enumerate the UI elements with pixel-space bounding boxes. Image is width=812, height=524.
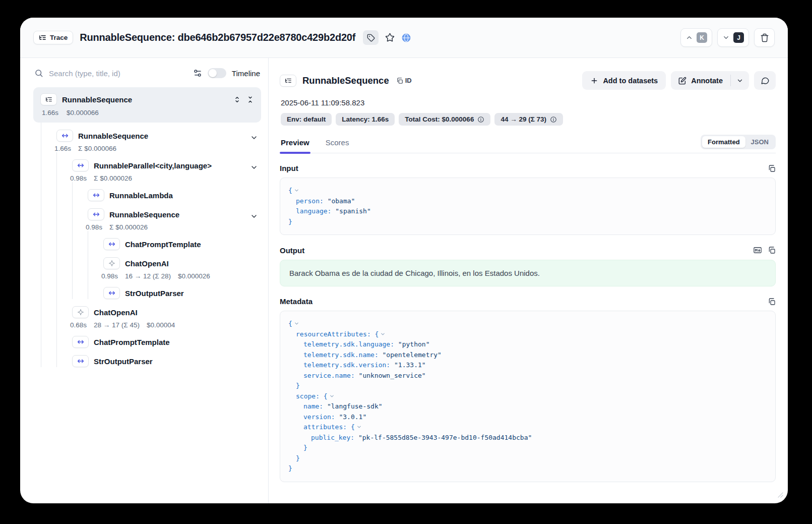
tree-item-label: RunnableParallel<city,language>: [94, 161, 212, 170]
cost-label: $0.000026: [178, 272, 210, 280]
tree-item-label: RunnableSequence: [109, 210, 179, 219]
comments-button[interactable]: [754, 71, 776, 90]
trace-tree-panel: Timeline RunnableSequence: [20, 58, 269, 503]
duration-label: 0.68s: [70, 321, 87, 329]
left-right-arrow-icon: [72, 336, 89, 348]
search-input[interactable]: [49, 69, 188, 78]
copy-icon[interactable]: [768, 164, 776, 172]
next-trace-button[interactable]: J: [717, 28, 749, 47]
copy-id-chip[interactable]: ID: [396, 77, 412, 84]
code-line: telemetry.sdk.version: "1.33.1": [288, 360, 767, 371]
code-line: {: [288, 319, 767, 329]
observation-title: RunnableSequence: [302, 75, 389, 86]
chevron-down-icon[interactable]: [250, 134, 258, 142]
list-tree-icon: [280, 75, 296, 87]
plus-icon: [590, 77, 598, 85]
collapse-chevron-icon[interactable]: [294, 188, 299, 193]
prev-trace-button[interactable]: K: [680, 28, 712, 47]
tabs-bar: PreviewScores FormattedJSON: [280, 135, 776, 153]
chevron-down-icon: [736, 77, 743, 84]
left-right-arrow-icon: [72, 159, 89, 171]
globe-icon[interactable]: [401, 33, 411, 43]
tree-item-chatprompttemplate[interactable]: ChatPromptTemplate: [88, 231, 261, 250]
metadata-section-label: Metadata: [280, 297, 313, 306]
collapse-chevron-icon[interactable]: [294, 321, 299, 326]
metadata-json-box: {resourceAttributes: {telemetry.sdk.lang…: [280, 311, 776, 482]
tree-item-stroutputparser[interactable]: StrOutputParser: [57, 348, 261, 367]
tree-item-runnablelambda[interactable]: RunnableLambda: [73, 182, 261, 201]
timeline-toggle[interactable]: [208, 68, 226, 78]
code-line: version: "3.0.1": [288, 412, 767, 423]
code-line: scope: {: [288, 391, 767, 402]
markdown-toggle-icon[interactable]: [753, 246, 762, 255]
list-tree-icon: [39, 34, 46, 41]
code-line: }: [288, 453, 767, 464]
root-duration: 1.66s: [42, 109, 58, 117]
tree-item-runnablesequence[interactable]: RunnableSequence0.98sΣ $0.000026: [73, 201, 261, 231]
observation-detail-panel: RunnableSequence ID Add to datasets: [269, 58, 788, 503]
duration-label: 0.98s: [101, 272, 118, 280]
duration-label: 0.98s: [70, 174, 87, 182]
tree-item-label: ChatOpenAI: [94, 308, 138, 317]
tree-item-chatprompttemplate[interactable]: ChatPromptTemplate: [57, 329, 261, 348]
cost-label: $0.00004: [147, 321, 175, 329]
left-right-arrow-icon: [103, 238, 120, 250]
trace-timestamp: 2025-06-11 11:09:58.823: [281, 98, 776, 107]
format-toggle: FormattedJSON: [701, 135, 776, 149]
sparkle-icon: [72, 306, 89, 318]
tag-button[interactable]: [363, 30, 379, 45]
sparkle-icon: [103, 257, 120, 269]
unfold-vertical-icon[interactable]: [233, 96, 241, 103]
annotate-button[interactable]: Annotate: [671, 71, 730, 90]
input-section-label: Input: [280, 164, 298, 172]
tree-item-label: StrOutputParser: [94, 357, 153, 366]
tree-item-label: ChatPromptTemplate: [94, 338, 170, 346]
code-line: }: [288, 463, 767, 474]
add-to-datasets-button[interactable]: Add to datasets: [582, 71, 666, 90]
chevron-down-icon[interactable]: [250, 212, 258, 220]
trace-stat-badge: Latency: 1.66s: [336, 113, 395, 126]
code-line: }: [288, 217, 767, 227]
format-option-formatted[interactable]: Formatted: [702, 136, 745, 148]
tokens-label: 28 → 17 (Σ 45): [94, 321, 140, 329]
comment-bubble-icon: [761, 76, 770, 85]
collapse-chevron-icon[interactable]: [356, 424, 362, 430]
info-icon[interactable]: [550, 116, 557, 123]
tree-item-stroutputparser[interactable]: StrOutputParser: [88, 280, 261, 299]
duration-label: 1.66s: [54, 145, 71, 152]
star-icon[interactable]: [385, 33, 395, 42]
filter-settings-icon[interactable]: [193, 69, 202, 78]
copy-icon[interactable]: [768, 246, 776, 254]
tab-preview[interactable]: Preview: [280, 138, 310, 153]
app-header: Trace RunnableSequence: dbe646b2b67957d2…: [20, 18, 788, 58]
tree-item-meta: 0.98sΣ $0.000026: [70, 174, 261, 182]
tree-item-runnablesequence[interactable]: RunnableSequence1.66sΣ $0.000066: [41, 123, 261, 152]
left-right-arrow-icon: [88, 208, 104, 220]
annotate-dropdown-button[interactable]: [731, 71, 749, 90]
fold-vertical-icon[interactable]: [246, 96, 254, 103]
avatar: J: [733, 32, 744, 43]
collapse-chevron-icon[interactable]: [380, 331, 386, 337]
code-line: name: "langfuse-sdk": [288, 401, 767, 412]
format-option-json[interactable]: JSON: [745, 136, 774, 148]
tree-item-meta: 0.98s16 → 12 (Σ 28)$0.000026: [101, 272, 261, 280]
tree-item-runnableparallel-city-language[interactable]: RunnableParallel<city,language>0.98sΣ $0…: [57, 152, 261, 182]
copy-icon[interactable]: [768, 298, 776, 306]
chevron-down-icon[interactable]: [250, 163, 258, 171]
delete-trace-button[interactable]: [754, 28, 775, 47]
tree-root-item[interactable]: RunnableSequence 1.66s $0.000066: [33, 87, 261, 123]
tree-item-chatopenai[interactable]: ChatOpenAI0.68s28 → 17 (Σ 45)$0.00004: [57, 299, 261, 329]
avatar: K: [697, 32, 707, 43]
collapse-chevron-icon[interactable]: [329, 393, 335, 399]
trace-tree: RunnableSequence1.66sΣ $0.000066Runnable…: [41, 123, 261, 367]
edit-icon: [678, 77, 686, 85]
info-icon[interactable]: [477, 116, 484, 123]
resize-handle[interactable]: [778, 491, 783, 500]
tree-item-meta: 1.66sΣ $0.000066: [54, 145, 261, 152]
badge-text: 44 → 29 (Σ 73): [501, 115, 546, 123]
annotate-button-group: Annotate: [671, 71, 749, 90]
tree-item-chatopenai[interactable]: ChatOpenAI0.98s16 → 12 (Σ 28)$0.000026: [88, 250, 261, 280]
code-line: telemetry.sdk.language: "python": [288, 339, 767, 350]
id-label: ID: [405, 77, 412, 84]
tab-scores[interactable]: Scores: [325, 138, 350, 153]
